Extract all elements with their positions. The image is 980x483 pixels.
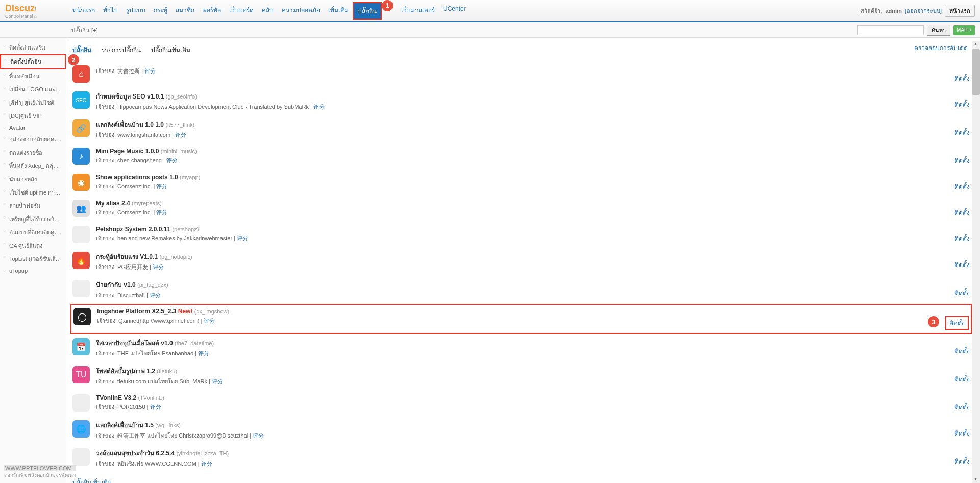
sidebar-item[interactable]: [ลีฟา] ศูนย์เว็บไซต์ bbox=[0, 96, 66, 109]
sidebar-item[interactable]: ตกแต่งรายชื่อ bbox=[0, 146, 66, 159]
install-link[interactable]: ติดตั้ง bbox=[954, 74, 970, 83]
install-link[interactable]: ติดตั้ง bbox=[954, 156, 970, 165]
plugin-info: กำหนดข้อมูล SEO v1.0.1 (gp_seoinfo)เจ้าข… bbox=[96, 91, 948, 111]
rate-link[interactable]: 评分 bbox=[144, 68, 156, 74]
install-link[interactable]: ติดตั้ง bbox=[954, 128, 970, 137]
sidebar-item[interactable]: Avatar bbox=[0, 123, 66, 133]
plugin-icon: ♪ bbox=[72, 148, 90, 165]
plugin-info: แลกลิงค์เพื่อนบ้าน 1.0 1.0 (it577_flink)… bbox=[96, 119, 948, 139]
install-link[interactable]: ติดตั้ง bbox=[954, 374, 970, 384]
nav-item[interactable]: รูปแบบ bbox=[122, 2, 150, 20]
sidebar-item[interactable]: [DC]ศูนย์ VIP bbox=[0, 109, 66, 123]
plugin-icon: TU bbox=[72, 366, 90, 383]
sidebar-item[interactable]: กล่องตอบกลับยอดเยี่ยม bbox=[0, 133, 66, 146]
plugin-info: กระทู้อันร้อนแรง V1.0.1 (pg_hottopic)เจ้… bbox=[96, 252, 948, 272]
rate-link[interactable]: 评分 bbox=[166, 157, 178, 163]
nav-item[interactable]: เว็บบอร์ด bbox=[225, 2, 258, 20]
sidebar-item[interactable]: เปลี่ยน LOGO และพื้นหลัง bbox=[0, 83, 66, 96]
sidebar-item[interactable]: ติดตั้งส่วนเสริม bbox=[0, 41, 66, 54]
tab[interactable]: รายการปลั๊กอิน bbox=[102, 43, 141, 57]
rate-link[interactable]: 评分 bbox=[156, 209, 167, 215]
install-link[interactable]: ติดตั้ง3 bbox=[945, 316, 969, 330]
sidebar-item[interactable]: เว็บไซต์ uptime การรักษา bbox=[0, 186, 66, 199]
sidebar-item[interactable]: GA ศูนย์สีแดง bbox=[0, 239, 66, 252]
plugin-row: 🌐แลกลิงค์เพื่อนบ้าน 1.5 (wq_links)เจ้าขอ… bbox=[72, 416, 970, 444]
search-button[interactable]: ค้นหา bbox=[927, 25, 950, 36]
install-link[interactable]: ติดตั้ง bbox=[954, 100, 970, 109]
plugin-icon bbox=[72, 448, 90, 466]
nav-item[interactable]: เพิ่มเติม bbox=[324, 2, 353, 20]
scrollbar-down-arrow[interactable]: ▾ bbox=[972, 476, 979, 483]
rate-link[interactable]: 评分 bbox=[201, 461, 212, 467]
plugin-title: Petshopz System 2.0.0.11 (petshopz) bbox=[96, 226, 948, 233]
nav-item[interactable]: ปลั๊กอิน1 bbox=[353, 2, 382, 20]
plugin-title: My alias 2.4 (myrepeats) bbox=[96, 200, 948, 207]
sidebar-item[interactable]: พื้นหลัง Xdep_ กลุ่มฟอรัม bbox=[0, 159, 66, 173]
rate-link[interactable]: 评分 bbox=[150, 292, 161, 298]
home-button[interactable]: หน้าแรก bbox=[945, 5, 975, 17]
nav-item[interactable]: ทั่วไป bbox=[99, 2, 122, 20]
layout: ติดตั้งส่วนเสริมติดตั้งปลั๊กอิน2พื้นหลัง… bbox=[0, 38, 980, 483]
plugin-row: วงล้อแสนสุขประจำวัน 6.2.5.4 (yinxingfei_… bbox=[72, 444, 970, 472]
rate-link[interactable]: 评分 bbox=[204, 318, 215, 324]
rate-link[interactable]: 评分 bbox=[175, 132, 186, 138]
rate-link[interactable]: 评分 bbox=[150, 404, 161, 410]
logout-link[interactable]: [ออกจากระบบ] bbox=[905, 6, 942, 15]
plugin-row: ♪Mini Page Music 1.0.0 (minini_music)เจ้… bbox=[72, 143, 970, 170]
rate-link[interactable]: 评分 bbox=[237, 235, 248, 242]
check-update-link[interactable]: ตรวจสอบการอัปเดต bbox=[914, 43, 968, 53]
rate-link[interactable]: 评分 bbox=[212, 378, 223, 384]
scrollbar-up-arrow[interactable]: ▴ bbox=[972, 41, 979, 48]
map-button[interactable]: MAP + bbox=[953, 25, 975, 35]
search-input[interactable] bbox=[857, 25, 924, 35]
sidebar-item[interactable]: ต้นแบบที่ดีเครดิตดูเนียม bbox=[0, 226, 66, 239]
rate-link[interactable]: 评分 bbox=[156, 183, 167, 189]
plugin-row: 🔥กระทู้อันร้อนแรง V1.0.1 (pg_hottopic)เจ… bbox=[72, 248, 970, 276]
plugin-info: วงล้อแสนสุขประจำวัน 6.2.5.4 (yinxingfei_… bbox=[96, 448, 948, 468]
nav-item[interactable]: พอร์ทัล bbox=[199, 2, 225, 20]
scrollbar-thumb[interactable] bbox=[972, 49, 980, 95]
sidebar-item[interactable]: uTopup bbox=[0, 265, 66, 276]
sidebar-item[interactable]: พื้นหลังเลื่อน bbox=[0, 69, 66, 83]
rate-link[interactable]: 评分 bbox=[313, 104, 325, 110]
nav-item[interactable]: คลับ bbox=[258, 2, 278, 20]
nav-item[interactable]: UCenter bbox=[439, 2, 470, 20]
sidebar-item[interactable]: เหรียญที่ได้รับรางวัลโดยระ bbox=[0, 212, 66, 226]
install-link[interactable]: ติดตั้ง bbox=[954, 288, 970, 298]
install-link[interactable]: ติดตั้ง bbox=[954, 208, 970, 218]
breadcrumb[interactable]: ปลั๊กอิน [+] bbox=[71, 26, 98, 35]
nav-item[interactable]: สมาชิก bbox=[172, 2, 199, 20]
install-link[interactable]: ติดตั้ง bbox=[954, 182, 970, 191]
nav-item[interactable]: เว็บมาสเตอร์ bbox=[397, 2, 439, 20]
sidebar-item[interactable]: TopList (เวอร์ชันเสียตัว) bbox=[0, 252, 66, 265]
install-link[interactable]: ติดตั้ง bbox=[954, 402, 970, 412]
rate-link[interactable]: 评分 bbox=[253, 432, 264, 439]
install-link[interactable]: ติดตั้ง bbox=[954, 346, 970, 356]
install-link[interactable]: ติดตั้ง bbox=[954, 234, 970, 244]
plugin-info: TVonlinE V3.2 (TVonlinE)เจ้าของ: POR2015… bbox=[96, 394, 948, 412]
nav-item[interactable]: กระทู้ bbox=[150, 2, 172, 20]
sidebar-item[interactable]: ติดตั้งปลั๊กอิน2 bbox=[0, 54, 66, 69]
sidebar-item[interactable]: ลายน้ำฟอรัม bbox=[0, 199, 66, 212]
scrollbar[interactable]: ▴ ▾ bbox=[972, 41, 980, 483]
tab[interactable]: ปลั๊กอินเพิ่มเติม bbox=[151, 43, 190, 57]
main-nav: หน้าแรกทั่วไปรูปแบบกระทู้สมาชิกพอร์ทัลเว… bbox=[68, 2, 470, 20]
plugin-info: Show applications posts 1.0 (myapp)เจ้าข… bbox=[96, 174, 948, 191]
install-link[interactable]: ติดตั้ง bbox=[954, 428, 970, 438]
plugin-owner: เจ้าของ: www.longshanta.com | 评分 bbox=[96, 130, 948, 139]
rate-link[interactable]: 评分 bbox=[198, 350, 209, 356]
sub-header: ปลั๊กอิน [+] ค้นหา MAP + bbox=[0, 22, 980, 38]
nav-item[interactable]: ความปลอดภัย bbox=[278, 2, 324, 20]
plugin-title: Mini Page Music 1.0.0 (minini_music) bbox=[96, 148, 948, 155]
logo-subtitle: Control Panel⌂ bbox=[5, 14, 65, 19]
plugin-icon: ◯ bbox=[74, 308, 91, 325]
rate-link[interactable]: 评分 bbox=[153, 264, 164, 270]
plugin-title: แลกลิงค์เพื่อนบ้าน 1.0 1.0 (it577_flink) bbox=[96, 119, 948, 129]
more-plugins-link[interactable]: ปลั๊กอินเพิ่มเติม bbox=[72, 477, 112, 483]
sidebar-item[interactable]: นับถอยหลัง bbox=[0, 173, 66, 186]
install-link[interactable]: ติดตั้ง bbox=[954, 260, 970, 270]
plugin-icon: 📅 bbox=[72, 338, 90, 355]
tabs: ปลั๊กอินรายการปลั๊กอินปลั๊กอินเพิ่มเติม bbox=[72, 43, 970, 57]
install-link[interactable]: ติดตั้ง bbox=[954, 456, 970, 466]
nav-item[interactable]: หน้าแรก bbox=[68, 2, 99, 20]
